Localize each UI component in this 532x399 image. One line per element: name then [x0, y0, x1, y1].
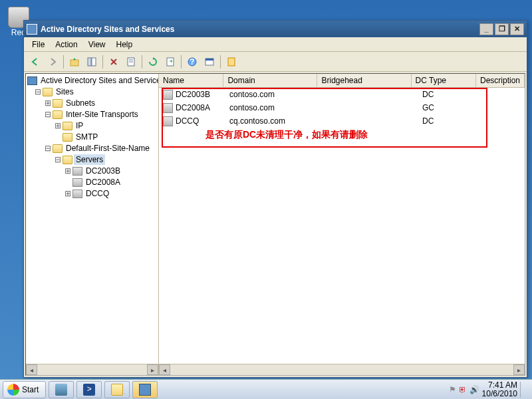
menu-bar: File Action View Help — [24, 37, 527, 52]
help-button[interactable]: ? — [184, 54, 200, 70]
list-header: Name Domain Bridgehead DC Type Descripti… — [159, 74, 525, 88]
folder-icon — [63, 122, 72, 130]
tray-time: 7:41 AM — [482, 381, 517, 390]
expand-icon[interactable]: ⊞ — [63, 166, 72, 177]
cell-name: DCCQ — [159, 114, 225, 128]
start-label: Start — [22, 385, 39, 394]
refresh-button[interactable] — [145, 54, 161, 70]
maximize-button[interactable]: ❐ — [495, 23, 509, 35]
mmc-window: Active Directory Sites and Services _ ❐ … — [23, 20, 527, 378]
list-row[interactable]: DC2008A contoso.com GC — [159, 101, 525, 114]
col-name[interactable]: Name — [159, 74, 223, 87]
svg-rect-10 — [205, 59, 213, 61]
scroll-left-icon[interactable]: ◂ — [26, 364, 37, 375]
tray-volume-icon[interactable]: 🔊 — [469, 385, 479, 394]
export-button[interactable] — [162, 54, 178, 70]
folder-icon — [53, 110, 63, 119]
list-row[interactable]: DCCQ cq.contoso.com DC — [159, 114, 525, 128]
folder-icon — [63, 156, 72, 164]
menu-file[interactable]: File — [27, 39, 50, 50]
col-domain[interactable]: Domain — [223, 74, 317, 87]
tree-dfsn[interactable]: ⊟Default-First-Site-Name — [27, 143, 157, 154]
task-explorer[interactable] — [104, 381, 130, 398]
minimize-button[interactable]: _ — [479, 23, 493, 35]
task-server-manager[interactable] — [49, 381, 74, 398]
back-button[interactable] — [27, 54, 43, 70]
annotation-text: 是否有原DC未清理干净，如果有请删除 — [205, 129, 368, 141]
close-button[interactable]: ✕ — [510, 23, 524, 35]
toolbar: ? — [24, 52, 527, 72]
content-area: Active Directory Sites and Services ⊟Sit… — [25, 73, 525, 376]
tree-ip[interactable]: ⊞IP — [27, 120, 157, 132]
tree-root[interactable]: Active Directory Sites and Services — [27, 75, 157, 86]
list-scroll[interactable]: ◂▸ — [159, 364, 525, 375]
cell-domain: contoso.com — [225, 101, 322, 114]
show-hide-button[interactable] — [84, 54, 100, 70]
app-icon — [27, 24, 37, 35]
cell-dctype: GC — [418, 101, 485, 114]
folder-icon — [63, 133, 72, 142]
cell-domain: contoso.com — [225, 88, 322, 101]
expand-icon[interactable]: ⊞ — [63, 188, 72, 200]
svg-rect-2 — [92, 58, 96, 66]
tree-dc2[interactable]: DC2008A — [27, 177, 157, 188]
tree-dc1[interactable]: ⊞DC2003B — [27, 166, 157, 177]
start-button[interactable]: Start — [3, 381, 46, 398]
show-desktop-button[interactable] — [520, 382, 525, 398]
tree-smtp[interactable]: SMTP — [27, 132, 157, 143]
tray-clock[interactable]: 7:41 AM 10/6/2010 — [482, 381, 517, 398]
cell-dctype: DC — [418, 88, 485, 101]
cell-description — [485, 101, 525, 114]
list-row[interactable]: DC2003B contoso.com DC — [159, 88, 525, 101]
folder-icon — [53, 99, 63, 108]
cell-description — [485, 114, 525, 128]
collapse-icon[interactable]: ⊟ — [43, 109, 53, 120]
server-icon — [72, 190, 82, 198]
folder-icon — [53, 144, 63, 153]
col-bridgehead[interactable]: Bridgehead — [317, 74, 411, 87]
up-button[interactable] — [66, 54, 82, 70]
svg-text:?: ? — [190, 57, 194, 66]
server-icon — [72, 178, 82, 187]
col-dctype[interactable]: DC Type — [412, 74, 476, 87]
options-button[interactable] — [201, 54, 217, 70]
task-powershell[interactable]: > — [76, 381, 102, 398]
cell-dctype: DC — [418, 114, 485, 128]
scroll-right-icon[interactable]: ▸ — [513, 364, 525, 375]
expand-icon[interactable]: ⊞ — [43, 98, 53, 109]
tree-subnets[interactable]: ⊞Subnets — [27, 98, 157, 109]
cell-name: DC2008A — [159, 101, 225, 114]
tree-dc3[interactable]: ⊞DCCQ — [27, 188, 157, 200]
tree-ist[interactable]: ⊟Inter-Site Transports — [27, 109, 157, 120]
forward-button[interactable] — [45, 54, 61, 70]
delete-button[interactable] — [106, 54, 122, 70]
tree-scroll[interactable]: ◂▸ — [26, 364, 158, 375]
expand-icon[interactable]: ⊞ — [53, 120, 63, 132]
cell-bridgehead — [322, 114, 418, 128]
collapse-icon[interactable]: ⊟ — [33, 86, 43, 98]
menu-action[interactable]: Action — [50, 39, 82, 50]
tree-sites[interactable]: ⊟Sites — [27, 86, 157, 98]
svg-rect-6 — [167, 58, 174, 66]
tree-pane[interactable]: Active Directory Sites and Services ⊟Sit… — [26, 74, 159, 375]
system-tray[interactable]: ⚑ ⛨ 🔊 7:41 AM 10/6/2010 — [449, 381, 529, 398]
tree-servers[interactable]: ⊟Servers — [27, 154, 157, 166]
menu-help[interactable]: Help — [111, 39, 138, 50]
col-description[interactable]: Description — [476, 74, 525, 87]
tray-shield-icon[interactable]: ⛨ — [459, 385, 467, 394]
scroll-right-icon[interactable]: ▸ — [147, 364, 158, 375]
collapse-icon[interactable]: ⊟ — [43, 143, 53, 154]
scroll-left-icon[interactable]: ◂ — [159, 364, 170, 375]
filter-button[interactable] — [223, 54, 239, 70]
cell-name: DC2003B — [159, 88, 225, 101]
title-bar[interactable]: Active Directory Sites and Services _ ❐ … — [24, 21, 527, 37]
task-ad-sites[interactable] — [132, 381, 158, 398]
cell-domain: cq.contoso.com — [225, 114, 322, 128]
taskbar: Start > ⚑ ⛨ 🔊 7:41 AM 10/6/2010 — [0, 379, 532, 399]
list-body[interactable]: DC2003B contoso.com DC DC2008A contoso.c… — [159, 88, 525, 364]
tray-flag-icon[interactable]: ⚑ — [449, 385, 456, 394]
collapse-icon[interactable]: ⊟ — [53, 154, 63, 166]
menu-view[interactable]: View — [83, 39, 111, 50]
svg-rect-1 — [88, 58, 91, 66]
properties-button[interactable] — [123, 54, 139, 70]
